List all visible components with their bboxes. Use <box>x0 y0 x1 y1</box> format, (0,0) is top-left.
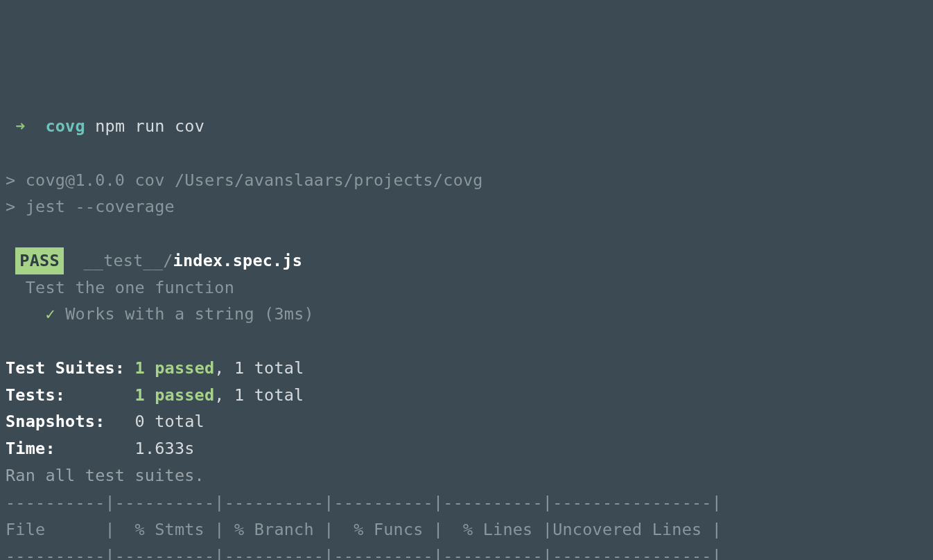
summary-suites-total: , 1 total <box>214 358 304 378</box>
coverage-rule-top: ----------|----------|----------|-------… <box>6 493 722 512</box>
prompt-arrow-icon: ➜ <box>15 116 25 136</box>
npm-script-line-1: > covg@1.0.0 cov /Users/avanslaars/proje… <box>6 170 483 190</box>
cwd-label: covg <box>45 116 85 136</box>
summary-time-value: 1.633s <box>135 439 195 458</box>
coverage-header: File | % Stmts | % Branch | % Funcs | % … <box>6 520 722 539</box>
typed-command: npm run cov <box>95 116 204 136</box>
summary-suites-pass: 1 passed <box>135 358 215 378</box>
ran-suites-line: Ran all test suites. <box>6 466 204 485</box>
summary-time-label: Time: <box>6 439 55 458</box>
summary-tests-label: Tests: <box>6 385 65 405</box>
test-name: Works with a string (3ms) <box>65 304 314 324</box>
describe-block: Test the one function <box>26 278 234 297</box>
npm-script-line-2: > jest --coverage <box>6 197 175 216</box>
summary-suites-label: Test Suites: <box>6 358 125 378</box>
summary-snapshots-value: 0 total <box>135 412 204 431</box>
summary-tests-total: , 1 total <box>214 385 304 405</box>
summary-snapshots-label: Snapshots: <box>6 412 105 431</box>
coverage-rule-mid: ----------|----------|----------|-------… <box>6 546 722 560</box>
test-dir: __test__/ <box>83 251 173 270</box>
test-file: index.spec.js <box>173 251 303 270</box>
pass-badge: PASS <box>15 247 63 274</box>
check-icon: ✓ <box>45 304 55 324</box>
terminal-output: ➜ covg npm run cov > covg@1.0.0 cov /Use… <box>6 113 927 560</box>
summary-tests-pass: 1 passed <box>135 385 215 405</box>
prompt-line-1[interactable]: ➜ covg npm run cov <box>6 116 204 136</box>
